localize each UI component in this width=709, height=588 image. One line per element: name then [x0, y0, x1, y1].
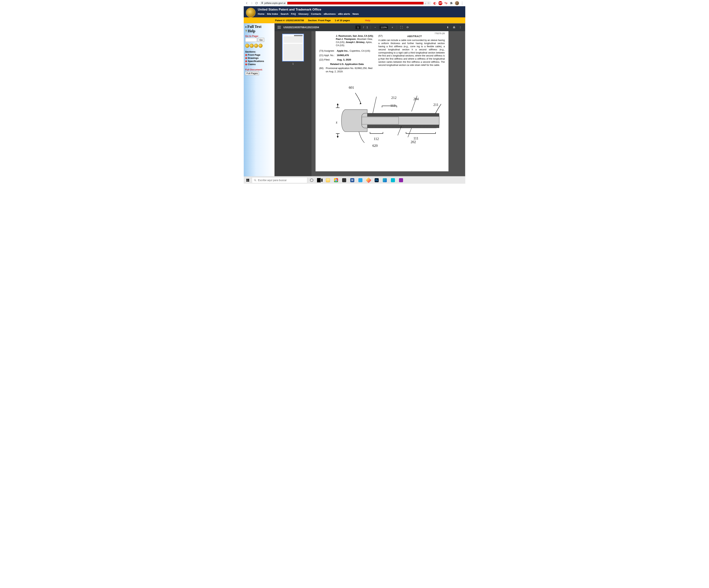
- page-count: 1 of 10 pages: [335, 19, 350, 22]
- fig-label-211: 211: [434, 103, 439, 107]
- bookmark-star-icon[interactable]: ☆: [427, 1, 430, 5]
- chrome-menu-icon[interactable]: ⋮: [461, 1, 464, 5]
- coin-next-icon[interactable]: [254, 44, 258, 48]
- section-claims[interactable]: Claims: [245, 63, 273, 66]
- inventor-line1: J. Rasmussen, San Jose, CA (US);: [336, 35, 373, 37]
- profile-avatar[interactable]: [455, 1, 459, 5]
- nav-coins: [245, 44, 273, 48]
- task-view-icon[interactable]: [316, 177, 323, 184]
- nav-home[interactable]: Home: [258, 12, 266, 15]
- nav-siteindex[interactable]: Site Index: [266, 12, 279, 15]
- forward-button[interactable]: [250, 1, 253, 5]
- search-icon: [254, 179, 257, 181]
- filed-label: (22) Filed:: [319, 58, 330, 61]
- coin-first-icon[interactable]: [245, 44, 249, 48]
- fig-label-212: 212: [391, 96, 397, 100]
- abstract-num: (57): [378, 34, 383, 39]
- pdf-page-input[interactable]: [356, 25, 361, 29]
- provisional-label: (60): [319, 66, 323, 73]
- section-specifications[interactable]: Specifications: [245, 60, 273, 62]
- svg-line-7: [373, 96, 376, 113]
- taskbar-explorer[interactable]: [324, 177, 332, 184]
- bullet-icon: [245, 60, 247, 62]
- reload-button[interactable]: [255, 1, 258, 5]
- zoom-in-icon[interactable]: +: [391, 26, 394, 29]
- taskbar-photoshop[interactable]: Ps: [373, 177, 380, 184]
- full-text-link[interactable]: Full Text: [245, 25, 273, 29]
- goto-page-button[interactable]: Go: [258, 38, 264, 42]
- start-button[interactable]: [244, 177, 251, 184]
- coin-prev-icon[interactable]: [250, 44, 254, 48]
- rotate-icon[interactable]: ⟳: [406, 26, 410, 29]
- fig-label-112: 112: [374, 137, 379, 141]
- pdf-menu-icon[interactable]: ⋮: [458, 26, 462, 29]
- zoom-out-icon[interactable]: −: [373, 26, 377, 29]
- nav-contacts[interactable]: Contacts: [310, 12, 322, 15]
- fig-label-z: z: [336, 120, 337, 124]
- nav-search[interactable]: Search: [280, 12, 290, 15]
- fig-label-202: 202: [411, 140, 416, 144]
- goto-page-input[interactable]: [245, 38, 257, 42]
- sidebar-toggle-icon[interactable]: [278, 26, 281, 29]
- taskbar-store[interactable]: [340, 177, 348, 184]
- bullet-icon: [245, 57, 247, 59]
- extension-ghostery-icon[interactable]: ◐: [433, 1, 437, 5]
- patent-info-bar: Patent #: US20210035708 Section: Front P…: [244, 17, 465, 23]
- windows-taskbar: Escribe aquí para buscar W Ps: [244, 176, 465, 184]
- extension-abp-icon[interactable]: ABP: [438, 1, 442, 5]
- taskbar-flame[interactable]: [365, 177, 372, 184]
- taskbar-word[interactable]: W: [348, 177, 356, 184]
- help-link-side[interactable]: ?Help: [245, 29, 273, 33]
- extension-tp-icon[interactable]: Tp: [444, 1, 448, 5]
- taskbar-edge[interactable]: [381, 177, 389, 184]
- goto-label: Go to Page:: [245, 35, 273, 37]
- search-in-page-icon[interactable]: ⌕: [425, 2, 426, 5]
- coin-last-icon[interactable]: [259, 44, 263, 48]
- pdf-page-area[interactable]: 770275 (20 J. Rasmussen, San Jose, CA (U…: [312, 31, 465, 176]
- thumbnail-1[interactable]: [282, 34, 304, 61]
- fig-label-620: 620: [372, 144, 378, 148]
- lock-icon: [261, 2, 263, 4]
- bullet-icon: [245, 63, 247, 65]
- back-button[interactable]: [245, 1, 248, 5]
- patent-figure: 601 212 204 113 211 z 112 111 202 620: [319, 84, 445, 154]
- search-placeholder: Escribe aquí para buscar: [258, 179, 287, 182]
- appl-no: 16/983,476: [337, 54, 349, 57]
- download-icon[interactable]: ⬇: [446, 26, 450, 29]
- fit-page-icon[interactable]: ⛶: [399, 26, 403, 29]
- nav-glossary[interactable]: Glossary: [297, 12, 310, 15]
- nav-news[interactable]: News: [351, 12, 360, 15]
- taskbar-search[interactable]: Escribe aquí para buscar: [252, 177, 307, 183]
- assignee-label: (73) Assignee:: [319, 49, 335, 53]
- nav-ebizalerts[interactable]: eBiz alerts: [337, 12, 351, 15]
- taskbar-app1[interactable]: [389, 177, 397, 184]
- sidebar: Full Text ?Help Go to Page: Go Sections:…: [244, 23, 274, 176]
- taskbar-telegram[interactable]: [357, 177, 364, 184]
- uspto-seal-icon: [246, 8, 256, 17]
- address-bar[interactable]: pdfaiw.uspto.gov/.ai ⌕ ☆: [260, 1, 431, 5]
- help-link[interactable]: Help: [365, 19, 370, 22]
- url-redacted-strip: [287, 2, 424, 4]
- full-pages-button[interactable]: Full Pages: [245, 72, 259, 75]
- pdf-page-total: 1: [367, 26, 368, 29]
- taskbar-chrome[interactable]: [332, 177, 340, 184]
- taskbar-app2[interactable]: [397, 177, 405, 184]
- print-icon[interactable]: 🖶: [452, 26, 456, 29]
- abstract-heading: ABSTRACT: [385, 35, 445, 38]
- related-heading: Related U.S. Application Data: [319, 62, 375, 66]
- provisional-text: Provisional application No. 62/882,250, …: [326, 66, 375, 73]
- svg-marker-10: [337, 103, 339, 105]
- pdf-page: 770275 (20 J. Rasmussen, San Jose, CA (U…: [316, 31, 448, 171]
- section-drawings[interactable]: Drawings: [245, 57, 273, 59]
- nav-faq[interactable]: FAQ: [290, 12, 297, 15]
- nav-ebusiness[interactable]: eBusiness: [322, 12, 337, 15]
- extensions-menu-icon[interactable]: [449, 1, 453, 5]
- pdf-title: US020210035708A120210204: [283, 26, 319, 29]
- cortana-icon[interactable]: [308, 177, 315, 184]
- triangle-up-icon: [245, 26, 247, 27]
- svg-marker-6: [360, 103, 362, 104]
- svg-line-20: [256, 180, 256, 181]
- pdf-toolbar: US020210035708A120210204 / 1 − 110% + ⛶ …: [274, 23, 465, 31]
- svg-rect-18: [248, 180, 249, 181]
- section-front-page[interactable]: Front Page: [245, 54, 273, 56]
